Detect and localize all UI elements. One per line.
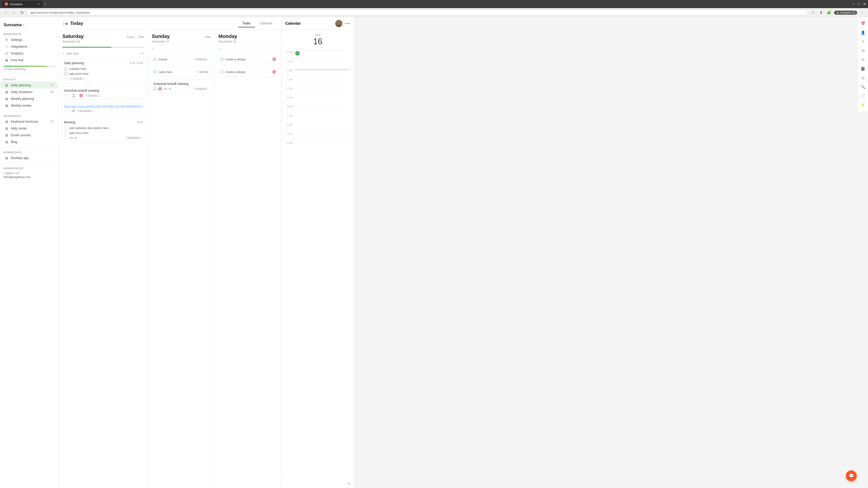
right-panel-title: Calendar: [285, 22, 333, 26]
saturday-add-task[interactable]: + Add task 1:05: [59, 50, 148, 57]
meeting-check-2[interactable]: [64, 131, 68, 135]
kickoff-check[interactable]: [64, 94, 68, 97]
side-icon-mail[interactable]: ✉: [860, 47, 867, 54]
keyboard-shortcuts-label: Keyboard shortcuts: [11, 120, 38, 123]
travels-card[interactable]: ✓ travels #Cross-fu...: [150, 54, 212, 64]
schedule-kickoff-card[interactable]: Schedule kickoff meeting □ ⌚ ↑ #Cross-fu…: [61, 86, 146, 100]
sidebar-item-email-courses[interactable]: ▦ Email courses: [1, 132, 58, 138]
tasks-here-card[interactable]: ✓ tasks here #general: [150, 67, 212, 77]
task-columns: Saturday Focus · Plan December 16 + Add …: [59, 30, 281, 488]
sidebar-item-weekly-review[interactable]: ▦ Weekly review: [1, 102, 58, 109]
asana-check[interactable]: [64, 109, 68, 113]
sidebar-logo[interactable]: Sunsama ▾: [0, 21, 59, 31]
main-title: Today: [70, 21, 238, 26]
cal-row-6am: 6 AM: [285, 104, 350, 113]
integrations-label: Integrations: [11, 45, 27, 48]
cal-row-2am: 2 AM: [285, 68, 350, 77]
saturday-plan-btn[interactable]: Plan: [139, 35, 144, 39]
side-icon-sync[interactable]: ⟳: [860, 56, 867, 63]
tab-favicon: S: [4, 2, 8, 6]
saturday-progress-fill: [62, 47, 112, 48]
weekly-review-label: Weekly review: [11, 104, 31, 107]
sidebar-item-daily-planning[interactable]: ▦ Daily planning P: [1, 82, 58, 89]
tab-close-button[interactable]: ✕: [37, 2, 40, 6]
extensions-button[interactable]: 🧩: [826, 9, 832, 16]
sidebar-item-analytics[interactable]: 📈 Analytics: [1, 50, 58, 57]
side-icon-calendar[interactable]: 📅: [860, 20, 867, 27]
subtask-3-tag: #Cross-fu...: [69, 77, 86, 80]
sidebar-item-daily-shutdown[interactable]: ▦ Daily shutdown O: [1, 89, 58, 95]
schedule-kickoff-meta: □ ⌚ ↑ #Cross-fu...: [64, 94, 143, 97]
subtask-1-check[interactable]: ✓: [64, 67, 68, 70]
side-icon-document[interactable]: 📄: [860, 92, 867, 99]
sidebar-item-blog[interactable]: ▦ Blog: [1, 138, 58, 145]
tasks-here-check[interactable]: ✓: [153, 70, 157, 74]
meeting-card[interactable]: Meeting 0:15 add subtasks description he…: [61, 118, 146, 143]
subtask-2: ✓ add more here: [64, 71, 143, 76]
side-icon-flash[interactable]: ⚡: [860, 101, 867, 108]
side-icon-search[interactable]: 🔍: [860, 83, 867, 90]
kickoff-sun-check[interactable]: ✓: [153, 87, 157, 91]
monday-date: December 18: [218, 40, 278, 43]
create-design-check-1[interactable]: ✓: [220, 57, 223, 61]
tab-tasks[interactable]: Tasks: [238, 20, 255, 27]
sunday-add-task[interactable]: +: [148, 45, 215, 53]
sidebar-item-free-trial[interactable]: ▣ Free trial: [1, 57, 58, 64]
url-bar[interactable]: app.sunsama.com/group/moodjoy_workspace: [27, 10, 808, 15]
sidebar-item-integrations[interactable]: ⬡ Integrations: [1, 43, 58, 50]
close-button[interactable]: ✕: [863, 2, 866, 6]
tab-calendar[interactable]: Calendar: [255, 20, 277, 27]
tasks-here-item: ✓ tasks here #general: [153, 69, 209, 74]
create-design-check-2[interactable]: ✓: [220, 70, 223, 74]
sunday-header: Sunday Plan December 17: [148, 30, 215, 45]
sidebar-item-desktop-app[interactable]: ▦ Desktop app: [1, 155, 58, 161]
cal-time-grid: 12 AM ✓ 1 AM 2 AM 3 AM 4 AM: [282, 50, 354, 479]
daily-shutdown-icon: ▦: [4, 90, 8, 94]
side-icon-target[interactable]: ◎: [860, 74, 867, 81]
new-tab-button[interactable]: +: [44, 2, 47, 6]
meeting-check-3[interactable]: [64, 136, 68, 140]
back-button[interactable]: ‹: [3, 9, 9, 16]
svg-point-0: [337, 21, 340, 24]
menu-button[interactable]: ⋮: [859, 9, 865, 16]
maximize-button[interactable]: □: [858, 2, 860, 6]
logo-dropdown-icon: ▾: [23, 24, 24, 27]
travels-check[interactable]: ✓: [153, 57, 157, 61]
saturday-focus-btn[interactable]: Focus: [127, 35, 134, 39]
subtask-2-check[interactable]: ✓: [64, 72, 68, 75]
browser-tab[interactable]: S Sunsama ✕: [2, 1, 42, 7]
daily-planning-card[interactable]: Daily planning 0:15 / 0:10 ✓ subtask her…: [61, 59, 146, 84]
add-task-plus-icon: +: [62, 52, 64, 56]
bookmark-button[interactable]: ☆: [810, 9, 816, 16]
minimize-button[interactable]: ─: [852, 2, 855, 6]
back-to-previous-button[interactable]: |◀: [63, 21, 68, 26]
download-button[interactable]: ⬇: [818, 9, 824, 16]
expand-right-button[interactable]: ⟶: [344, 21, 350, 26]
forward-button[interactable]: ›: [11, 9, 17, 16]
help-icon: ▦: [4, 126, 8, 130]
schedule-kickoff-sun-card[interactable]: Schedule kickoff meeting ✓ Dec 20 #Cross…: [150, 79, 212, 93]
cal-add-button[interactable]: +: [348, 481, 350, 486]
asana-link-card[interactable]: https://app.asana.com/0/1206174676385119…: [61, 103, 146, 115]
side-icon-notebook[interactable]: 📓: [860, 65, 867, 72]
kickoff-sun-meta: ✓ Dec 20 #Cross-fu...: [153, 87, 209, 91]
sidebar-item-help-center[interactable]: ▦ Help center: [1, 125, 58, 132]
subtask-1: ✓ subtask here: [64, 66, 143, 71]
monday-add-task-plus-icon: +: [218, 47, 220, 51]
url-text: app.sunsama.com/group/moodjoy_workspace: [30, 11, 90, 14]
create-design-card-1[interactable]: ✓ create a design: [217, 54, 279, 64]
monday-add-task[interactable]: +: [215, 45, 281, 53]
sidebar-item-weekly-planning[interactable]: ▦ Weekly planning: [1, 95, 58, 102]
create-design-card-2[interactable]: ✓ create a design: [217, 67, 279, 77]
meeting-check-1[interactable]: [64, 126, 68, 130]
side-icon-people[interactable]: 👤: [860, 29, 867, 36]
chat-fab-button[interactable]: 💬: [846, 470, 857, 481]
side-icon-list[interactable]: ≡: [860, 38, 867, 45]
sunday-plan-btn[interactable]: Plan: [206, 35, 211, 39]
sidebar-item-keyboard-shortcuts[interactable]: ▦ Keyboard shortcuts ?: [1, 118, 58, 125]
sidebar-item-settings[interactable]: ⚙ Settings: [1, 36, 58, 43]
right-panel: Calendar ⟶ SAT 16 12 AM ✓ 1 AM 2 AM: [281, 17, 354, 488]
subtask-3-check[interactable]: [64, 77, 68, 80]
reload-button[interactable]: ↻: [19, 9, 25, 16]
daily-shutdown-label: Daily shutdown: [11, 90, 32, 94]
